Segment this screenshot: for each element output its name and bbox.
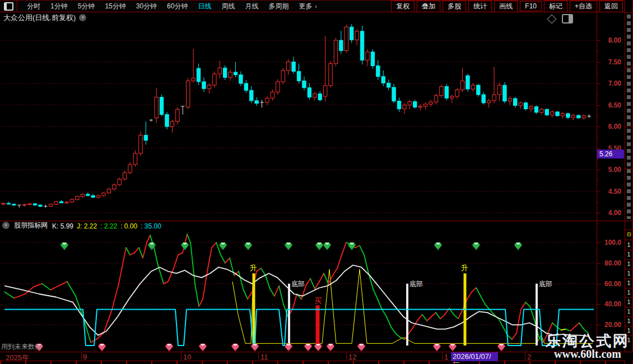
fast-line-segment: [512, 333, 516, 339]
period-tab-9[interactable]: 多周期: [263, 1, 294, 12]
candle-body: [418, 106, 422, 108]
action-button-0[interactable]: 复权: [391, 1, 415, 12]
axis-tick: [597, 40, 601, 41]
fast-line-segment: [154, 248, 158, 265]
price-axis-label: 6.50: [608, 101, 621, 109]
action-button-1[interactable]: 叠加: [417, 1, 440, 12]
period-tab-0[interactable]: 分时: [22, 1, 45, 12]
fast-line-segment: [530, 306, 534, 320]
date-axis-label: 2: [527, 353, 531, 361]
strip-divider: [625, 250, 632, 250]
strip-divider: [625, 221, 632, 221]
period-tab-5[interactable]: 60分钟: [162, 1, 193, 12]
candle-body: [313, 94, 316, 97]
candle-body: [487, 101, 490, 103]
candle-body: [561, 114, 564, 116]
pink-gem-icon: [251, 344, 259, 351]
fast-line-segment: [266, 276, 270, 289]
fast-line-segment: [292, 294, 297, 310]
candle-body: [96, 195, 100, 197]
green-gem-icon: [219, 242, 227, 250]
buy-signal-label: 买: [314, 296, 322, 305]
axis-tick: [597, 242, 601, 243]
candle-body: [339, 40, 343, 50]
current-price-badge: 5.26: [597, 150, 624, 158]
fast-line-segment: [467, 292, 472, 299]
period-tab-8[interactable]: 月线: [240, 1, 263, 12]
bottom-signal-bar: [288, 284, 290, 346]
candle-body: [7, 203, 10, 204]
action-button-6[interactable]: 标记: [544, 1, 567, 12]
chevron-down-icon[interactable]: ˅: [2, 222, 10, 229]
indicator-name: 股朋指标网: [14, 221, 48, 230]
period-tab-3[interactable]: 15分钟: [100, 1, 131, 12]
candle-body: [371, 52, 374, 66]
period-tab-10[interactable]: 更多: [294, 1, 317, 12]
fast-line-segment: [274, 286, 279, 296]
axis-tick: [597, 170, 601, 170]
candle-body: [197, 68, 200, 82]
candle-body: [70, 199, 73, 202]
candle-body: [318, 94, 322, 100]
candle-body: [65, 202, 68, 203]
window-layout-button[interactable]: [0, 1, 17, 12]
watermark: 乐淘公式网 www.60lt.com: [546, 334, 630, 360]
indicator-header[interactable]: ˅ 股朋指标网 K: 5.99J: 2.22: 2.22: 0.00: 35.0…: [0, 221, 595, 230]
bottom-signal-bar: [536, 284, 538, 346]
pink-gem-icon: [357, 344, 365, 351]
candle-body: [582, 116, 585, 118]
candle-body: [192, 78, 195, 81]
period-tabs: 分时1分钟5分钟15分钟30分钟60分钟日线周线月线多周期更多›: [22, 1, 317, 12]
fast-line-segment: [422, 315, 427, 321]
fast-line-segment: [355, 246, 360, 248]
period-tab-6[interactable]: 日线: [193, 1, 216, 12]
indicator-value-0: K: 5.99: [52, 222, 73, 230]
candle-body: [239, 75, 243, 83]
candle-body: [86, 194, 90, 195]
axis-minor-tick: [597, 223, 599, 224]
fast-line-segment: [454, 315, 458, 319]
action-button-7[interactable]: +自选: [570, 1, 597, 12]
axis-minor-tick: [597, 202, 599, 203]
period-tab-7[interactable]: 周线: [216, 1, 240, 12]
axis-minor-tick: [597, 73, 599, 73]
fast-line-segment: [187, 234, 190, 242]
axis-tick: [597, 127, 601, 127]
strip-divider: [625, 67, 632, 68]
candle-body: [128, 165, 132, 173]
fast-line-segment: [561, 329, 566, 330]
action-button-8[interactable]: 返回: [599, 1, 623, 12]
candle-body: [329, 64, 332, 86]
chevron-down-icon[interactable]: ˅: [79, 14, 86, 21]
candle-body: [477, 85, 480, 95]
right-side-strip[interactable]: 自11111111111: [625, 0, 632, 364]
candlestick-chart[interactable]: [0, 22, 597, 221]
period-tab-4[interactable]: 30分钟: [131, 1, 162, 12]
fast-line-segment: [552, 323, 557, 327]
axis-tick: [597, 304, 601, 305]
action-button-5[interactable]: F10: [520, 1, 542, 11]
candle-body: [54, 202, 58, 204]
strip-divider: [625, 278, 632, 279]
green-gem-icon: [514, 242, 522, 250]
toolbar-actions: 复权叠加多股统计画线F10标记+自选返回: [391, 1, 623, 12]
price-axis-label: 6.00: [608, 123, 621, 130]
fast-line-segment: [418, 315, 422, 320]
green-gem-icon: [323, 242, 331, 250]
fast-line-segment: [409, 327, 413, 333]
strip-list-digit: 1: [625, 318, 632, 324]
candle-body: [403, 105, 406, 109]
action-button-3[interactable]: 统计: [468, 1, 492, 12]
candle-body: [524, 103, 527, 109]
bottom-signal-label: 底部: [409, 280, 423, 288]
strip-list-digit: 1: [625, 299, 632, 305]
indicator-chart[interactable]: 升升底部底部底部买: [0, 230, 597, 352]
period-tab-1[interactable]: 1分钟: [45, 1, 73, 12]
period-tab-2[interactable]: 5分钟: [73, 1, 100, 12]
action-button-2[interactable]: 多股: [443, 1, 466, 12]
candle-body: [360, 31, 364, 60]
action-button-4[interactable]: 画线: [494, 1, 518, 12]
indicator-axis-label: 80.00: [604, 259, 621, 267]
fast-line-segment: [225, 258, 230, 263]
axis-minor-tick: [597, 51, 599, 52]
